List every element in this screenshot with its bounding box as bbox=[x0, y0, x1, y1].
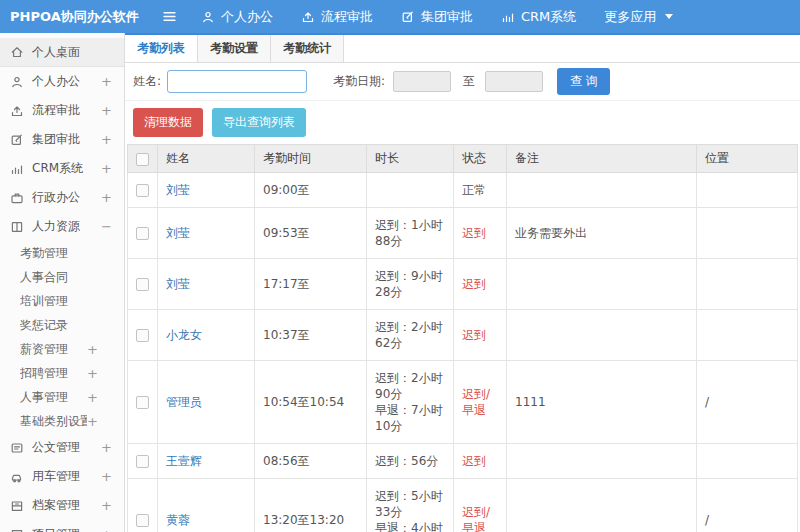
sidebar-item-2[interactable]: 流程审批+ bbox=[0, 96, 124, 125]
cell-remark bbox=[507, 310, 697, 361]
row-checkbox-cell bbox=[128, 259, 158, 310]
sidebar-subitem-6-1[interactable]: 人事合同 bbox=[0, 265, 124, 289]
row-checkbox[interactable] bbox=[136, 278, 149, 291]
sidebar-subitem-label: 培训管理 bbox=[20, 293, 68, 310]
date-from-input[interactable] bbox=[393, 71, 451, 92]
employee-name-link[interactable]: 黄蓉 bbox=[166, 513, 190, 527]
date-to-input[interactable] bbox=[485, 71, 543, 92]
sidebar-subitem-6-2[interactable]: 培训管理 bbox=[0, 289, 124, 313]
employee-name-link[interactable]: 刘莹 bbox=[166, 226, 190, 240]
expander-icon[interactable]: + bbox=[101, 469, 112, 484]
user-icon bbox=[201, 10, 215, 24]
sidebar-subitem-6-5[interactable]: 招聘管理+ bbox=[0, 361, 124, 385]
cell-time: 17:17至 bbox=[255, 259, 367, 310]
sidebar-item-6[interactable]: 人力资源− bbox=[0, 212, 124, 241]
search-button[interactable]: 查 询 bbox=[557, 68, 610, 95]
cell-location bbox=[697, 310, 798, 361]
sidebar-subitem-6-3[interactable]: 奖惩记录 bbox=[0, 313, 124, 337]
expander-icon[interactable]: + bbox=[101, 74, 112, 89]
row-checkbox[interactable] bbox=[136, 329, 149, 342]
row-checkbox[interactable] bbox=[136, 184, 149, 197]
employee-name-link[interactable]: 刘莹 bbox=[166, 183, 190, 197]
employee-name-link[interactable]: 刘莹 bbox=[166, 277, 190, 291]
table-row: 小龙女10:37至迟到：2小时62分迟到 bbox=[128, 310, 798, 361]
sidebar-item-0[interactable]: 个人桌面 bbox=[0, 38, 124, 67]
cell-status: 正常 bbox=[454, 173, 507, 208]
employee-name-link[interactable]: 小龙女 bbox=[166, 328, 202, 342]
sidebar-subitem-6-0[interactable]: 考勤管理 bbox=[0, 241, 124, 265]
column-header-2: 时长 bbox=[367, 145, 454, 173]
expander-icon[interactable]: + bbox=[101, 498, 112, 513]
top-nav-item-4[interactable]: 更多应用 bbox=[604, 8, 673, 26]
row-checkbox[interactable] bbox=[136, 227, 149, 240]
expander-icon[interactable]: + bbox=[87, 414, 98, 429]
duration-line: 迟到：5小时33分 bbox=[375, 488, 445, 520]
row-checkbox[interactable] bbox=[136, 396, 149, 409]
employee-name-link[interactable]: 管理员 bbox=[166, 395, 202, 409]
expander-icon[interactable]: + bbox=[87, 366, 98, 381]
top-nav-item-label: CRM系统 bbox=[521, 8, 576, 26]
sidebar-item-8[interactable]: 用车管理+ bbox=[0, 462, 124, 491]
sidebar-item-3[interactable]: 集团审批+ bbox=[0, 125, 124, 154]
cell-name: 王壹辉 bbox=[158, 444, 255, 479]
sidebar-subitem-6-6[interactable]: 人事管理+ bbox=[0, 385, 124, 409]
column-header-0: 姓名 bbox=[158, 145, 255, 173]
sidebar-item-label: 集团审批 bbox=[32, 131, 80, 148]
sidebar-item-1[interactable]: 个人办公+ bbox=[0, 67, 124, 96]
expander-icon[interactable]: + bbox=[101, 132, 112, 147]
column-header-4: 备注 bbox=[507, 145, 697, 173]
expander-icon[interactable]: + bbox=[101, 190, 112, 205]
sidebar-subitem-label: 薪资管理 bbox=[20, 341, 68, 358]
select-all-checkbox[interactable] bbox=[136, 153, 149, 166]
expander-icon[interactable]: + bbox=[101, 103, 112, 118]
expander-icon[interactable]: + bbox=[101, 527, 112, 532]
page-body: 个人桌面个人办公+流程审批+集团审批+CRM系统+行政办公+人力资源−考勤管理人… bbox=[0, 33, 800, 532]
top-nav-menu: 个人办公流程审批集团审批CRM系统更多应用 bbox=[201, 8, 701, 26]
chevron-down-icon bbox=[665, 14, 673, 19]
menu-toggle-icon[interactable] bbox=[162, 9, 177, 24]
tab-0[interactable]: 考勤列表 bbox=[125, 35, 198, 62]
expander-icon[interactable]: + bbox=[87, 390, 98, 405]
sidebar-item-10[interactable]: 项目管理+ bbox=[0, 520, 124, 532]
top-nav-item-0[interactable]: 个人办公 bbox=[201, 8, 273, 26]
sidebar-item-4[interactable]: CRM系统+ bbox=[0, 154, 124, 183]
cell-time: 09:00至 bbox=[255, 173, 367, 208]
cell-status: 迟到/早退 bbox=[454, 361, 507, 444]
sidebar-item-5[interactable]: 行政办公+ bbox=[0, 183, 124, 212]
employee-name-link[interactable]: 王壹辉 bbox=[166, 454, 202, 468]
table-body: 刘莹09:00至正常刘莹09:53至迟到：1小时88分迟到业务需要外出刘莹17:… bbox=[128, 173, 798, 532]
sidebar-subitem-6-4[interactable]: 薪资管理+ bbox=[0, 337, 124, 361]
expander-icon[interactable]: − bbox=[101, 219, 112, 234]
table-row: 王壹辉08:56至迟到：56分迟到 bbox=[128, 444, 798, 479]
sidebar-item-label: 个人桌面 bbox=[32, 44, 80, 61]
duration-line: 早退：7小时10分 bbox=[375, 402, 445, 434]
cell-remark bbox=[507, 479, 697, 532]
column-header-5: 位置 bbox=[697, 145, 798, 173]
tab-bar: 考勤列表考勤设置考勤统计 bbox=[125, 33, 800, 63]
table-row: 黄蓉13:20至13:20迟到：5小时33分早退：4小时67分迟到/早退/ bbox=[128, 479, 798, 532]
sidebar-item-label: 人力资源 bbox=[32, 218, 80, 235]
export-list-button[interactable]: 导出查询列表 bbox=[212, 108, 306, 137]
clean-data-button[interactable]: 清理数据 bbox=[133, 108, 203, 137]
cell-status: 迟到/早退 bbox=[454, 479, 507, 532]
tab-1[interactable]: 考勤设置 bbox=[198, 35, 271, 62]
sidebar: 个人桌面个人办公+流程审批+集团审批+CRM系统+行政办公+人力资源−考勤管理人… bbox=[0, 33, 125, 532]
sidebar-subitem-6-7[interactable]: 基础类别设置+ bbox=[0, 409, 124, 433]
home-icon bbox=[10, 45, 24, 59]
sidebar-item-7[interactable]: 公文管理+ bbox=[0, 433, 124, 462]
top-nav-item-2[interactable]: 集团审批 bbox=[401, 8, 473, 26]
expander-icon[interactable]: + bbox=[87, 342, 98, 357]
top-nav-item-1[interactable]: 流程审批 bbox=[301, 8, 373, 26]
chart-icon bbox=[501, 10, 515, 24]
top-nav-item-3[interactable]: CRM系统 bbox=[501, 8, 576, 26]
expander-icon[interactable]: + bbox=[101, 161, 112, 176]
sidebar-item-9[interactable]: 档案管理+ bbox=[0, 491, 124, 520]
cell-time: 13:20至13:20 bbox=[255, 479, 367, 532]
app-logo[interactable]: PHPOA协同办公软件 bbox=[0, 8, 150, 26]
tab-2[interactable]: 考勤统计 bbox=[271, 35, 344, 62]
expander-icon[interactable]: + bbox=[101, 440, 112, 455]
row-checkbox[interactable] bbox=[136, 455, 149, 468]
table-row: 刘莹17:17至迟到：9小时28分迟到 bbox=[128, 259, 798, 310]
name-filter-input[interactable] bbox=[167, 70, 307, 93]
row-checkbox[interactable] bbox=[136, 514, 149, 527]
